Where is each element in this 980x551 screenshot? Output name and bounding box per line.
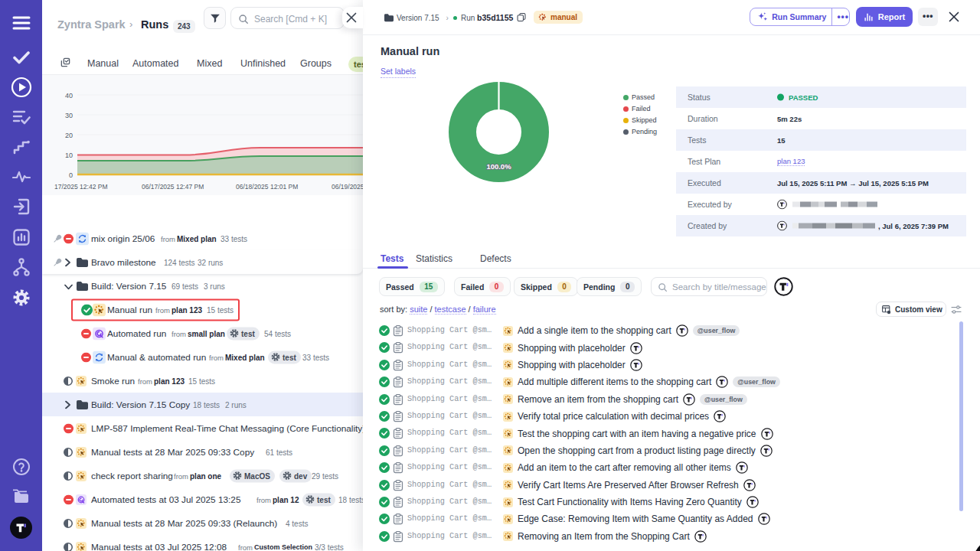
svg-text:17/2025 12:42 PM: 17/2025 12:42 PM	[54, 183, 107, 191]
svg-text:10: 10	[65, 152, 73, 159]
svg-text:30: 30	[65, 112, 73, 119]
svg-text:06/19/2025: 06/19/2025	[332, 183, 363, 191]
svg-text:06/17/2025 12:47 PM: 06/17/2025 12:47 PM	[142, 183, 204, 191]
svg-text:20: 20	[65, 132, 73, 139]
svg-text:0: 0	[69, 171, 73, 179]
svg-text:40: 40	[65, 92, 73, 99]
svg-text:06/18/2025 12:01 PM: 06/18/2025 12:01 PM	[236, 183, 298, 191]
svg-text:100.0%: 100.0%	[486, 162, 511, 171]
